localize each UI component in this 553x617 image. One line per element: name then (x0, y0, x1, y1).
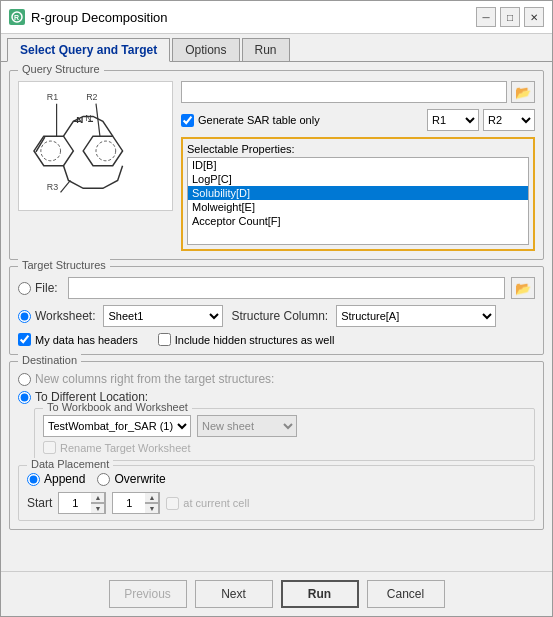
col-spinner-input[interactable] (59, 493, 91, 513)
rename-row: Rename Target Worksheet (43, 441, 526, 454)
tab-bar: Select Query and Target Options Run (1, 34, 552, 62)
window-controls: ─ □ ✕ (476, 7, 544, 27)
svg-point-10 (41, 141, 61, 161)
list-item[interactable]: LogP[C] (188, 172, 528, 186)
row-spinner[interactable]: ▲ ▼ (112, 492, 160, 514)
diff-location-radio[interactable] (18, 391, 31, 404)
file-radio-row: File: 📂 (18, 277, 535, 299)
r2-select[interactable]: R2 R1 R3 (483, 109, 535, 131)
worksheet-row: Worksheet: Sheet1 Structure Column: Stru… (18, 305, 535, 327)
append-radio-label[interactable]: Append (27, 472, 85, 486)
window-title: R-group Decomposition (31, 10, 470, 25)
at-cell-checkbox[interactable] (166, 497, 179, 510)
new-cols-radio-label[interactable]: New columns right from the target struct… (18, 372, 274, 386)
tab-run[interactable]: Run (242, 38, 290, 61)
data-placement-group: Data Placement Append Overwrite Start (18, 465, 535, 521)
worksheet-radio[interactable] (18, 310, 31, 323)
tab-select-query[interactable]: Select Query and Target (7, 38, 170, 62)
svg-marker-7 (83, 136, 122, 166)
col-spin-up[interactable]: ▲ (91, 492, 105, 503)
workbook-group-label: To Workbook and Worksheet (43, 401, 192, 413)
target-structures-label: Target Structures (18, 259, 110, 271)
r-group-selects: R1 R2 R3 R2 R1 R3 (427, 109, 535, 131)
rename-checkbox-label[interactable]: Rename Target Worksheet (43, 441, 526, 454)
target-folder-button[interactable]: 📂 (511, 277, 535, 299)
minimize-button[interactable]: ─ (476, 7, 496, 27)
list-item[interactable]: Molweight[E] (188, 200, 528, 214)
destination-label: Destination (18, 354, 81, 366)
start-row: Start ▲ ▼ ▲ ▼ (27, 492, 526, 514)
main-window: R R-group Decomposition ─ □ ✕ Select Que… (0, 0, 553, 617)
svg-text:N: N (76, 114, 83, 125)
hidden-checkbox[interactable] (158, 333, 171, 346)
run-button[interactable]: Run (281, 580, 359, 608)
row-spin-up[interactable]: ▲ (145, 492, 159, 503)
destination-inner: New columns right from the target struct… (18, 372, 535, 521)
main-content: Query Structure R1 R2 N R3 (1, 62, 552, 571)
target-inner: File: 📂 Worksheet: Sheet1 Structure Colu… (18, 277, 535, 346)
destination-group: Destination New columns right from the t… (9, 361, 544, 530)
query-right-panel: 📂 Generate SAR table only R1 R2 R3 (181, 81, 535, 251)
headers-checkbox-label[interactable]: My data has headers (18, 333, 138, 346)
hidden-checkbox-label[interactable]: Include hidden structures as well (158, 333, 335, 346)
row-spin-down[interactable]: ▼ (145, 503, 159, 514)
query-structure-label: Query Structure (18, 63, 104, 75)
previous-button[interactable]: Previous (109, 580, 187, 608)
row-spinner-input[interactable] (113, 493, 145, 513)
placement-row: Append Overwrite (27, 472, 526, 486)
sar-row: Generate SAR table only R1 R2 R3 R2 R1 (181, 109, 535, 131)
new-cols-radio[interactable] (18, 373, 31, 386)
file-radio[interactable] (18, 282, 31, 295)
app-icon: R (9, 9, 25, 25)
rename-checkbox[interactable] (43, 441, 56, 454)
workbook-subgroup: To Workbook and Worksheet TestWombat_for… (34, 408, 535, 461)
checkbox-row: My data has headers Include hidden struc… (18, 333, 535, 346)
overwrite-radio[interactable] (97, 473, 110, 486)
col-spin-down[interactable]: ▼ (91, 503, 105, 514)
headers-checkbox[interactable] (18, 333, 31, 346)
selectable-label: Selectable Properties: (187, 143, 529, 155)
target-file-input[interactable] (68, 277, 505, 299)
svg-text:R3: R3 (47, 182, 58, 192)
col-spinner[interactable]: ▲ ▼ (58, 492, 106, 514)
svg-line-14 (61, 180, 71, 192)
sar-checkbox[interactable] (181, 114, 194, 127)
properties-listbox[interactable]: ID[B] LogP[C] Solubility[D] Molweight[E]… (187, 157, 529, 245)
next-button[interactable]: Next (195, 580, 273, 608)
workbook-row: TestWombat_for_SAR (1).xl New sheet (43, 415, 526, 437)
sheet-select[interactable]: New sheet (197, 415, 297, 437)
query-file-input[interactable] (181, 81, 507, 103)
row-spinner-buttons: ▲ ▼ (145, 492, 159, 514)
overwrite-radio-label[interactable]: Overwrite (97, 472, 165, 486)
svg-text:R2: R2 (86, 92, 97, 102)
maximize-button[interactable]: □ (500, 7, 520, 27)
cancel-button[interactable]: Cancel (367, 580, 445, 608)
query-folder-button[interactable]: 📂 (511, 81, 535, 103)
at-cell-label[interactable]: at current cell (166, 497, 249, 510)
new-cols-row: New columns right from the target struct… (18, 372, 535, 386)
query-structure-group: Query Structure R1 R2 N R3 (9, 70, 544, 260)
sar-checkbox-label[interactable]: Generate SAR table only (181, 114, 320, 127)
close-button[interactable]: ✕ (524, 7, 544, 27)
svg-point-11 (96, 141, 116, 161)
workbook-select[interactable]: TestWombat_for_SAR (1).xl (43, 415, 191, 437)
append-radio[interactable] (27, 473, 40, 486)
worksheet-select[interactable]: Sheet1 (103, 305, 223, 327)
molecule-display: R1 R2 N R3 (18, 81, 173, 211)
svg-text:R1: R1 (47, 92, 58, 102)
bottom-bar: Previous Next Run Cancel (1, 571, 552, 616)
target-structures-group: Target Structures File: 📂 Worksheet: (9, 266, 544, 355)
list-item-selected[interactable]: Solubility[D] (188, 186, 528, 200)
svg-line-8 (36, 137, 45, 152)
worksheet-radio-label[interactable]: Worksheet: (18, 309, 95, 323)
svg-text:R: R (14, 14, 19, 21)
r1-select[interactable]: R1 R2 R3 (427, 109, 479, 131)
structure-column-select[interactable]: Structure[A] (336, 305, 496, 327)
list-item[interactable]: ID[B] (188, 158, 528, 172)
selectable-properties-box: Selectable Properties: ID[B] LogP[C] Sol… (181, 137, 535, 251)
col-spinner-buttons: ▲ ▼ (91, 492, 105, 514)
tab-options[interactable]: Options (172, 38, 239, 61)
data-placement-label: Data Placement (27, 458, 113, 470)
list-item[interactable]: Acceptor Count[F] (188, 214, 528, 228)
file-radio-label[interactable]: File: (18, 281, 58, 295)
